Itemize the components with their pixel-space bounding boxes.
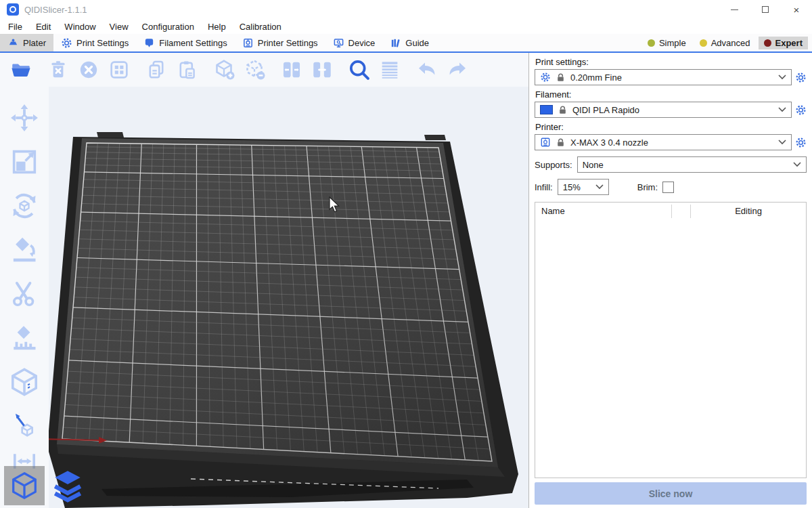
maximize-icon [762,6,769,13]
settings-panel: Print settings: 0.20mm Fine Filament: QI… [528,53,812,508]
arrange-icon [108,58,131,81]
paste-icon [175,58,198,81]
object-list: Name Editing [535,202,807,478]
tab-device[interactable]: Device [325,34,383,51]
variable-layer-height-button[interactable] [377,57,403,83]
printer-gear-button[interactable] [795,137,807,148]
slice-now-button[interactable]: Slice now [535,482,807,505]
viewport-3d[interactable] [0,53,528,508]
expert-dot-icon [764,39,771,47]
open-button[interactable] [8,57,34,83]
printer-combo[interactable]: X-MAX 3 0.4 nozzle [535,134,792,150]
drop-to-bed-icon [11,410,38,438]
split-to-objects-button[interactable] [279,57,304,83]
mode-expert[interactable]: Expert [759,37,808,49]
column-divider[interactable] [671,205,672,218]
paint-supports-tool-button[interactable] [8,322,41,354]
tab-printer-settings[interactable]: Printer Settings [235,34,325,51]
delete-button[interactable] [45,57,71,83]
maximize-button[interactable] [750,0,781,19]
undo-icon [415,58,439,82]
advanced-dot-icon [700,39,707,47]
menu-calibration[interactable]: Calibration [233,22,288,32]
preview-layers-icon [49,467,86,504]
search-icon [347,58,371,82]
print-settings-gear-button[interactable] [795,72,807,83]
remove-instance-icon [242,58,267,82]
print-settings-combo[interactable]: 0.20mm Fine [535,69,792,85]
split-parts-icon [311,58,334,81]
tab-plater[interactable]: Plater [0,34,53,51]
supports-combo[interactable]: None [577,156,807,173]
filament-value: QIDI PLA Rapido [572,105,773,115]
menu-bar: File Edit Window View Configuration Help… [0,19,812,34]
filament-label: Filament: [535,89,807,100]
view-toggle-group [4,466,88,505]
object-list-body[interactable] [535,219,806,478]
search-button[interactable] [346,57,372,83]
drop-to-bed-tool-button[interactable] [8,410,41,438]
open-folder-icon [9,58,32,81]
filament-gear-button[interactable] [795,104,807,116]
qidislicer-window: QIDISlicer-1.1.1 × File Edit Window View… [0,0,812,508]
scale-tool-button[interactable] [8,146,41,178]
infill-value: 15% [563,182,591,192]
print-bed[interactable] [0,53,528,508]
cut-tool-button[interactable] [8,278,41,310]
print-settings-label: Print settings: [535,57,807,67]
move-tool-button[interactable] [8,102,41,134]
menu-edit[interactable]: Edit [29,22,58,32]
simple-dot-icon [648,39,655,47]
menu-window[interactable]: Window [58,22,102,32]
mouse-cursor [327,196,342,214]
copy-icon [145,58,168,81]
add-instance-button[interactable] [211,57,237,83]
tab-guide[interactable]: Guide [382,34,436,51]
layer-height-icon [378,58,401,81]
copy-button[interactable] [143,57,169,83]
supports-label: Supports: [535,160,572,170]
supports-value: None [583,160,788,170]
printer-value: X-MAX 3 0.4 nozzle [570,137,773,148]
chevron-down-icon [595,184,604,190]
chevron-down-icon [778,107,786,112]
delete-icon [47,58,70,81]
menu-help[interactable]: Help [201,22,233,32]
infill-combo[interactable]: 15% [558,179,609,195]
paste-button[interactable] [174,57,200,83]
mode-simple[interactable]: Simple [642,37,692,49]
tab-filament-settings[interactable]: Filament Settings [136,34,234,51]
tab-print-settings[interactable]: Print Settings [53,34,136,51]
close-button[interactable]: × [781,0,812,19]
filament-icon [143,37,155,49]
menu-file[interactable]: File [1,22,29,32]
chevron-down-icon [793,162,801,167]
menu-configuration[interactable]: Configuration [135,22,201,32]
place-on-face-tool-button[interactable] [8,234,41,266]
place-on-face-icon [9,234,40,266]
3d-editor-cube-icon [9,470,40,501]
rotate-tool-button[interactable] [8,190,41,222]
printer-icon [242,37,254,49]
brim-checkbox[interactable] [662,182,674,193]
device-icon [333,37,344,49]
menu-view[interactable]: View [103,22,135,32]
lock-icon [556,72,566,83]
arrange-button[interactable] [106,57,132,83]
gear-icon [540,72,551,83]
scale-icon [9,146,40,177]
mode-advanced[interactable]: Advanced [694,37,756,49]
preview-view-button[interactable] [47,466,88,505]
guide-icon [390,37,401,49]
cut-scissors-icon [9,278,40,310]
redo-button[interactable] [445,57,470,83]
undo-button[interactable] [414,57,440,83]
object-list-header: Name Editing [535,203,806,219]
editor-view-button[interactable] [4,466,45,505]
filament-combo[interactable]: QIDI PLA Rapido [535,102,792,118]
remove-instance-button[interactable] [242,57,267,83]
split-to-parts-button[interactable] [309,57,335,83]
minimize-button[interactable] [719,0,750,19]
delete-all-button[interactable] [76,57,102,83]
measure-tool-button[interactable] [8,366,41,398]
